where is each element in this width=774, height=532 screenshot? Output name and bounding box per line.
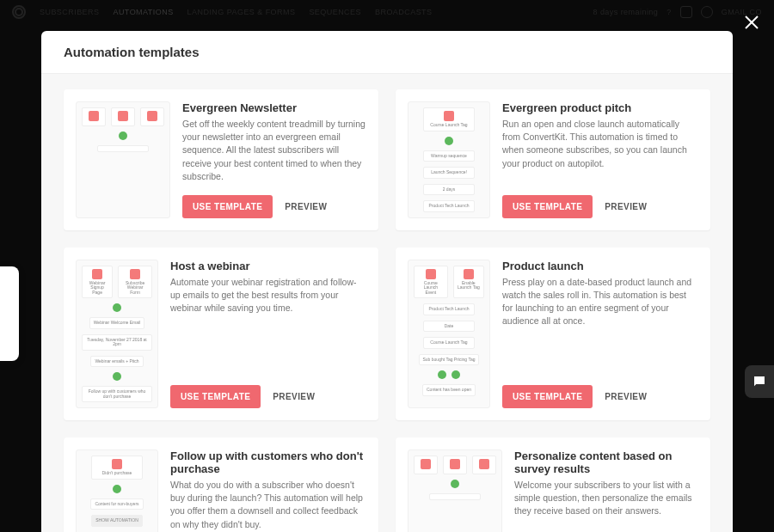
template-description: Get off the weekly content treadmill by … [182,118,366,183]
template-title: Evergreen product pitch [502,101,698,114]
template-card-follow-up: Didn't purchase Content for non-buyers S… [64,437,378,532]
template-thumbnail: Course Launch Tag Warmup sequence Launch… [408,101,490,218]
preview-button[interactable]: PREVIEW [273,392,315,401]
template-description: Welcome your subscribers to your list wi… [514,479,698,518]
template-thumbnail: Course Launch Event Enable Launch Tag Pr… [408,260,490,409]
template-title: Personalize content based on survey resu… [514,449,698,475]
use-template-button[interactable]: USE TEMPLATE [170,385,261,408]
template-card-product-launch: Course Launch Event Enable Launch Tag Pr… [396,248,710,421]
template-card-evergreen-pitch: Course Launch Tag Warmup sequence Launch… [396,89,710,230]
template-card-personalize-content: Personalize content based on survey resu… [396,437,710,532]
close-icon[interactable] [741,12,762,33]
template-title: Follow up with customers who don't purch… [170,449,366,475]
chat-launcher-icon[interactable] [745,365,774,398]
preview-button[interactable]: PREVIEW [605,202,647,211]
template-description: Press play on a date-based product launc… [502,276,698,328]
modal-body: Evergreen Newsletter Get off the weekly … [41,74,733,532]
template-card-host-webinar: Webinar Signup Page Subscribe Webinar Fo… [64,248,378,421]
template-title: Evergreen Newsletter [182,101,366,114]
template-description: Run an open and close launch automatical… [502,118,698,170]
side-feedback-widget[interactable] [0,266,19,361]
template-thumbnail [76,101,170,218]
preview-button[interactable]: PREVIEW [285,202,327,211]
use-template-button[interactable]: USE TEMPLATE [502,385,593,408]
template-description: Automate your webinar registration and f… [170,276,366,315]
automation-templates-modal: Automation templates Evergreen Newslette… [41,31,733,532]
preview-button[interactable]: PREVIEW [605,392,647,401]
modal-header: Automation templates [41,31,733,74]
template-description: What do you do with a subscriber who doe… [170,479,366,531]
template-title: Product launch [502,260,698,272]
template-thumbnail: Webinar Signup Page Subscribe Webinar Fo… [76,260,158,409]
modal-title: Automation templates [64,45,710,59]
use-template-button[interactable]: USE TEMPLATE [502,195,593,218]
use-template-button[interactable]: USE TEMPLATE [182,195,273,218]
template-thumbnail [408,449,502,532]
template-card-evergreen-newsletter: Evergreen Newsletter Get off the weekly … [64,89,378,230]
template-thumbnail: Didn't purchase Content for non-buyers S… [76,449,158,532]
template-title: Host a webinar [170,260,366,272]
